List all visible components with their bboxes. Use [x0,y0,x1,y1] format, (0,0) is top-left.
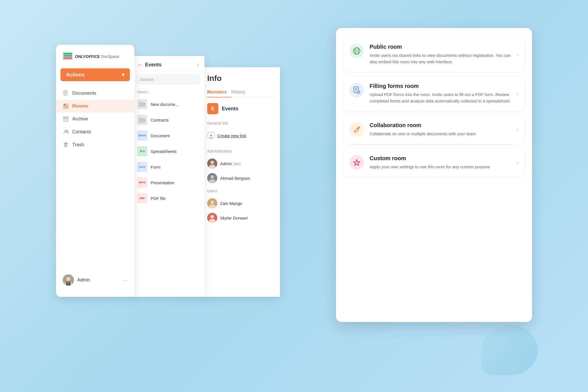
panel-title: Events [145,62,195,68]
member-name: Skylar Dorwart [220,216,248,220]
logo-area: ONLYOFFICE DocSpace [56,52,134,68]
sidebar: ONLYOFFICE DocSpace Actions ▾ Documents [56,45,134,297]
list-item[interactable]: XLS Spreadsheets [132,143,204,159]
sidebar-item-archive[interactable]: Archive [56,113,134,125]
file-panel-header: ← Events › [132,56,204,71]
contacts-icon [63,129,69,135]
room-card-title: Custom room [370,155,511,162]
search-placeholder: Search [140,77,154,82]
star-icon [349,155,364,170]
list-item[interactable]: DOCF Form [132,159,204,175]
chevron-right-icon: › [517,90,519,97]
svg-point-30 [211,175,214,179]
cards-panel: Public room Invite users via shared link… [336,28,532,322]
room-card-desc: Apply your own settings to use this room… [370,164,511,170]
list-item[interactable]: Contracts [132,112,204,128]
trash-icon [63,142,69,148]
info-tabs: Members History [207,87,274,97]
chevron-right-icon: › [517,51,519,58]
search-input[interactable]: Search [136,74,200,84]
public-room-card[interactable]: Public room Invite users via shared link… [344,37,524,72]
decorative-shape [482,325,538,375]
create-link-text: Create new link [217,133,246,138]
globe-icon [349,44,364,58]
room-card-title: Filling forms room [370,83,511,89]
sidebar-item-documents[interactable]: Documents [56,87,134,100]
filling-forms-room-card[interactable]: Filling forms room Upload PDF forms into… [344,76,524,111]
sidebar-item-rooms[interactable]: Rooms [56,100,134,113]
file-panel: ← Events › Search Name ↓ New docume... C… [132,56,204,297]
avatar [207,213,217,223]
archive-label: Archive [72,116,88,122]
folder-icon [137,115,147,125]
back-arrow-icon[interactable]: ← [137,62,143,68]
svg-point-16 [67,130,68,131]
room-card-title: Collaboration room [370,122,511,129]
admin-info: Admin [63,274,90,286]
member-name: Ahmad Bergson [220,176,250,181]
trash-label: Trash [72,142,84,148]
collaboration-room-card[interactable]: Collaboration room Collaborate on one or… [344,115,524,144]
tab-members[interactable]: Members [207,87,231,97]
file-name: PDF file [151,196,165,201]
file-name: Contracts [151,118,169,122]
member-item: Ahmad Bergson [207,171,274,185]
svg-rect-10 [64,106,66,108]
actions-label: Actions [66,72,85,78]
file-name: Document [151,133,170,138]
file-name: New docume... [151,102,179,107]
forward-arrow-icon[interactable]: › [197,62,199,67]
sidebar-item-contacts[interactable]: Contacts [56,125,134,138]
list-item[interactable]: DOCX Document [132,128,204,143]
folder-icon [137,99,147,109]
actions-chevron-icon: ▾ [122,72,124,78]
list-item[interactable]: New docume... [132,96,204,112]
room-card-desc: Invite users via shared links to view do… [370,52,511,65]
member-item: Zain Mango [207,196,274,211]
svg-rect-9 [66,104,68,106]
tab-history[interactable]: History [231,87,250,97]
room-card-title: Public room [370,44,511,50]
room-card-desc: Collaborate on one or multiple documents… [370,131,511,137]
list-item[interactable]: PPTX Presentation [132,175,204,190]
pdf-icon: PDF [137,193,147,203]
admin-name: Admin [77,277,90,283]
svg-rect-18 [65,144,67,147]
file-name: Spreadsheets [151,149,177,154]
room-name: Events [222,106,238,112]
file-name: Presentation [151,180,174,185]
create-new-link-button[interactable]: + Create new link [207,129,274,142]
list-item[interactable]: PDF PDF file [132,190,204,206]
svg-rect-7 [65,94,68,96]
form-icon: DOCF [137,162,147,172]
svg-rect-1 [63,55,72,57]
svg-point-27 [211,161,214,164]
contacts-label: Contacts [72,129,91,135]
docx-icon: DOCX [137,130,147,141]
archive-icon [63,116,69,122]
actions-button[interactable]: Actions ▾ [60,68,130,81]
avatar [207,198,217,208]
svg-point-22 [66,277,70,281]
svg-rect-8 [64,104,66,106]
member-item: Admin (Me) [207,156,274,171]
info-panel: Info Members History E Events General li… [202,67,280,297]
chevron-right-icon: › [517,126,519,133]
svg-point-36 [211,215,214,218]
custom-room-card[interactable]: Custom room Apply your own settings to u… [344,148,524,177]
room-badge: E [207,103,218,114]
administration-label: Administration [207,149,274,153]
sort-arrow-icon: ↓ [148,90,150,94]
member-name: Admin (Me) [220,161,241,166]
file-name: Form [151,165,160,169]
room-card-desc: Upload PDF forms into the room. Invite u… [370,92,511,104]
member-name: Zain Mango [220,201,242,206]
svg-rect-0 [63,57,72,59]
pencil-icon [349,122,364,137]
logo-text: ONLYOFFICE DocSpace [75,54,119,59]
rooms-icon [63,103,69,109]
avatar [207,158,217,169]
sidebar-item-trash[interactable]: Trash [56,138,134,151]
three-dots-button[interactable]: ⋯ [122,277,128,283]
plus-icon: + [207,132,215,139]
